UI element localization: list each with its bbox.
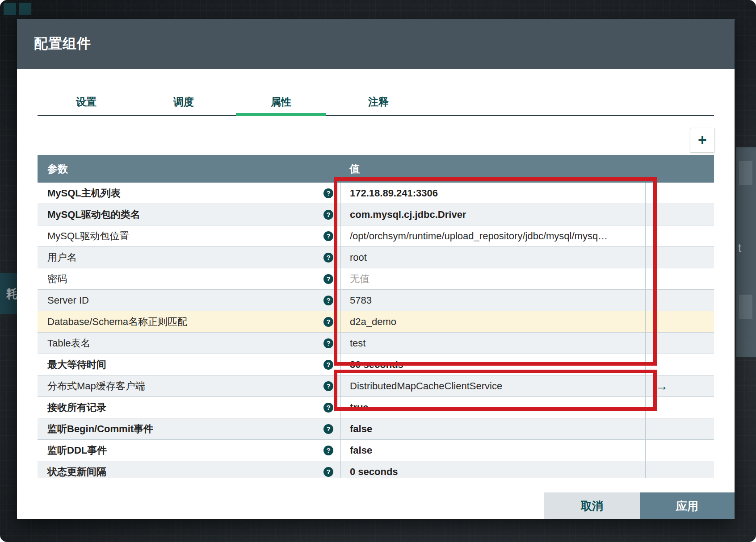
property-actions-cell <box>645 183 714 204</box>
property-value: com.mysql.cj.jdbc.Driver <box>350 209 466 221</box>
property-row[interactable]: Table表名 ? test <box>38 333 714 354</box>
property-name-cell: MySQL驱动包的类名 ? <box>38 204 340 225</box>
help-icon[interactable]: ? <box>323 467 333 477</box>
tab-scheduling-label: 调度 <box>173 95 194 109</box>
property-name-cell: Database/Schema名称正则匹配 ? <box>38 311 340 332</box>
property-row[interactable]: 状态更新间隔 ? 0 seconds <box>38 461 714 478</box>
plus-icon: + <box>698 132 707 147</box>
tab-scheduling[interactable]: 调度 <box>135 89 232 114</box>
property-name-label: 最大等待时间 <box>47 358 106 371</box>
property-actions-cell <box>645 333 714 354</box>
help-icon[interactable]: ? <box>323 381 333 391</box>
property-value: false <box>350 445 372 456</box>
help-icon[interactable]: ? <box>323 231 333 241</box>
help-icon[interactable]: ? <box>323 360 333 370</box>
property-name-cell: Table表名 ? <box>38 333 340 354</box>
property-value-cell[interactable]: root <box>340 247 645 268</box>
property-value-cell[interactable]: false <box>340 418 645 439</box>
property-name-cell: 分布式Map缓存客户端 ? <box>38 375 340 396</box>
column-header-value: 值 <box>340 162 645 176</box>
property-value-cell[interactable]: com.mysql.cj.jdbc.Driver <box>340 204 645 225</box>
tab-settings-label: 设置 <box>76 95 97 109</box>
property-name-cell: 用户名 ? <box>38 247 340 268</box>
help-icon[interactable]: ? <box>323 210 333 220</box>
property-value-cell[interactable]: DistributedMapCacheClientService <box>340 375 645 396</box>
property-row[interactable]: Server ID ? 5783 <box>38 290 714 311</box>
help-icon[interactable]: ? <box>323 253 333 263</box>
property-row[interactable]: 监听DDL事件 ? false <box>38 440 714 461</box>
help-icon[interactable]: ? <box>323 317 333 327</box>
property-name-cell: 监听DDL事件 ? <box>38 440 340 461</box>
property-value: /opt/orchsym/runtime/upload_repository/j… <box>350 230 608 242</box>
apply-button[interactable]: 应用 <box>640 492 735 519</box>
property-value-cell[interactable]: false <box>340 440 645 461</box>
tab-properties[interactable]: 属性 <box>232 89 330 114</box>
property-row[interactable]: 接收所有记录 ? true <box>38 397 714 418</box>
property-row[interactable]: 密码 ? 无值 <box>38 268 714 290</box>
tab-comments[interactable]: 注释 <box>330 89 427 114</box>
cancel-button[interactable]: 取消 <box>544 492 640 519</box>
property-name-label: 监听Begin/Commit事件 <box>47 422 153 436</box>
property-actions-cell: → <box>645 375 714 396</box>
property-actions-cell <box>645 204 714 225</box>
property-actions-cell <box>645 225 714 246</box>
property-row[interactable]: MySQL驱动包位置 ? /opt/orchsym/runtime/upload… <box>38 225 714 247</box>
property-value-cell[interactable]: 0 seconds <box>340 461 645 478</box>
property-value: test <box>350 338 365 349</box>
canvas-component-fragment <box>19 3 31 15</box>
property-value: 172.18.89.241:3306 <box>350 188 438 199</box>
property-name-label: 密码 <box>47 272 67 286</box>
property-name-label: 监听DDL事件 <box>47 444 107 457</box>
help-icon[interactable]: ? <box>323 403 333 413</box>
cancel-button-label: 取消 <box>581 499 603 513</box>
property-name-label: MySQL驱动包位置 <box>47 229 129 243</box>
property-row[interactable]: MySQL主机列表 ? 172.18.89.241:3306 <box>38 183 714 204</box>
property-value-cell[interactable]: /opt/orchsym/runtime/upload_repository/j… <box>340 225 645 246</box>
tab-comments-label: 注释 <box>368 95 389 109</box>
property-value: true <box>350 402 369 413</box>
property-actions-cell <box>645 461 714 478</box>
goto-service-arrow-icon[interactable]: → <box>655 380 668 392</box>
property-value: 0 seconds <box>350 466 398 478</box>
property-value-cell[interactable]: test <box>340 333 645 354</box>
canvas-component-fragment <box>739 161 752 185</box>
property-row[interactable]: 监听Begin/Commit事件 ? false <box>38 418 714 440</box>
property-name-cell: 最大等待时间 ? <box>38 354 340 375</box>
tab-settings[interactable]: 设置 <box>38 89 135 114</box>
property-value: root <box>350 252 367 263</box>
property-value-cell[interactable]: 30 seconds <box>340 354 645 375</box>
help-icon[interactable]: ? <box>323 188 333 198</box>
property-name-label: Database/Schema名称正则匹配 <box>47 315 187 329</box>
property-actions-cell <box>645 290 714 311</box>
property-row[interactable]: 用户名 ? root <box>38 247 714 268</box>
property-row[interactable]: 分布式Map缓存客户端 ? DistributedMapCacheClientS… <box>38 375 714 397</box>
property-row[interactable]: 最大等待时间 ? 30 seconds <box>38 354 714 375</box>
add-property-button[interactable]: + <box>690 128 715 153</box>
property-value-cell[interactable]: 5783 <box>340 290 645 311</box>
table-body: MySQL主机列表 ? 172.18.89.241:3306 MySQL驱动包的… <box>38 183 714 478</box>
help-icon[interactable]: ? <box>323 446 333 455</box>
help-icon[interactable]: ? <box>323 424 333 434</box>
canvas-component-fragment: 耗 <box>0 273 18 314</box>
property-name-label: 用户名 <box>47 251 77 264</box>
property-value: 5783 <box>350 295 372 306</box>
property-name-cell: 状态更新间隔 ? <box>38 461 340 478</box>
dialog-title: 配置组件 <box>34 34 91 53</box>
property-actions-cell <box>645 418 714 439</box>
help-icon[interactable]: ? <box>323 296 333 305</box>
property-value-cell[interactable]: 172.18.89.241:3306 <box>340 183 645 204</box>
property-value-cell[interactable]: true <box>340 397 645 418</box>
table-header-row: 参数 值 <box>38 155 714 183</box>
property-row[interactable]: Database/Schema名称正则匹配 ? d2a_demo <box>38 311 714 333</box>
property-name-label: Server ID <box>47 295 89 306</box>
help-icon[interactable]: ? <box>323 338 333 348</box>
column-header-parameter: 参数 <box>38 162 340 176</box>
help-icon[interactable]: ? <box>323 274 333 284</box>
property-name-cell: 密码 ? <box>38 268 340 289</box>
property-row[interactable]: MySQL驱动包的类名 ? com.mysql.cj.jdbc.Driver <box>38 204 714 225</box>
property-value-cell[interactable]: d2a_demo <box>340 311 645 332</box>
property-value: false <box>350 423 372 435</box>
property-actions-cell <box>645 440 714 461</box>
property-value: d2a_demo <box>350 316 396 328</box>
property-value-cell[interactable]: 无值 <box>340 268 645 289</box>
